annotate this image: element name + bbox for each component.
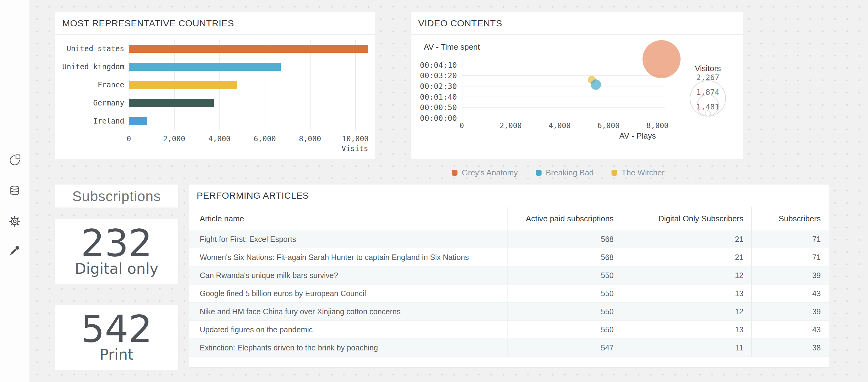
bar-france[interactable] — [129, 81, 237, 89]
series-legend: Grey's AnatomyBreaking BadThe Witcher — [423, 168, 693, 177]
axis-tick-label: 6,000 — [597, 121, 619, 130]
legend-label: Breaking Bad — [546, 168, 594, 177]
legend-swatch-icon — [612, 170, 617, 176]
legend-swatch-icon — [452, 170, 458, 176]
axis-tick-label: 0 — [460, 121, 464, 130]
article-name-cell: Nike and HM face China fury over Xinjian… — [189, 303, 507, 320]
value-cell: 39 — [751, 267, 829, 284]
value-cell: 21 — [622, 248, 751, 266]
table-row: Women's Six Nations: Fit-again Sarah Hun… — [189, 248, 829, 267]
bubble-size-legend: Visitors 2,267 1,874 1,481 — [681, 64, 735, 116]
bar-category-labels: United statesUnited kingdomFranceGermany… — [55, 40, 124, 130]
articles-table: Article nameActive paid subscriptionsDig… — [189, 207, 829, 357]
bar-ireland[interactable] — [129, 117, 147, 125]
value-cell: 71 — [751, 248, 829, 266]
legend-swatch-icon — [536, 170, 541, 176]
settings-gear-icon[interactable] — [8, 215, 21, 228]
size-legend-value: 1,481 — [681, 102, 735, 111]
digital-only-metric-card: 232 Digital only — [55, 219, 178, 284]
subscriptions-title: Subscriptions — [72, 188, 161, 205]
table-row: Google fined 5 billion euros by European… — [189, 284, 829, 303]
bar-x-axis-title: Visits — [129, 144, 368, 153]
value-cell: 71 — [751, 230, 829, 248]
value-cell: 550 — [507, 303, 622, 320]
y-axis-tick-label: 00:02:30 — [411, 82, 457, 91]
print-value: 542 — [81, 311, 153, 347]
countries-chart-card: MOST REPRESENTATIVE COUNTRIES United sta… — [55, 12, 375, 159]
y-axis-title: AV - Time spent — [424, 42, 480, 52]
y-axis-tick-label: 00:04:10 — [411, 61, 457, 70]
value-cell: 568 — [507, 248, 622, 266]
axis-tick-label: 8,000 — [299, 135, 321, 143]
bar-united-kingdom[interactable] — [129, 63, 281, 71]
column-header: Article name — [189, 207, 507, 230]
table-row: Updated figures on the pandemic5501343 — [189, 321, 829, 339]
bubble-grey-s-anatomy[interactable] — [643, 40, 681, 78]
gridline — [462, 97, 665, 97]
bubble-x-axis-ticks: 02,0004,0006,0008,000 — [462, 121, 664, 131]
column-header: Active paid subscriptions — [507, 207, 622, 230]
video-card-title: VIDEO CONTENTS — [411, 12, 743, 35]
y-axis-tick-label: 00:01:40 — [411, 93, 457, 102]
bar-category-label: Ireland — [55, 112, 124, 130]
bar-plot-area — [129, 40, 368, 130]
bar-category-label: United kingdom — [55, 58, 124, 76]
digital-only-label: Digital only — [75, 260, 158, 277]
database-icon[interactable] — [8, 184, 21, 197]
table-header-row: Article nameActive paid subscriptionsDig… — [189, 207, 829, 230]
article-name-cell: Fight for First: Excel Esports — [189, 230, 507, 248]
table-row: Can Rwanda's unique milk bars survive?55… — [189, 267, 829, 284]
size-legend-value: 2,267 — [681, 73, 735, 82]
legend-label: Grey's Anatomy — [462, 168, 518, 177]
value-cell: 550 — [507, 267, 622, 284]
gridline — [462, 75, 665, 76]
column-header: Digital Only Subscribers — [622, 207, 751, 230]
bar-x-axis-ticks: 02,0004,0006,0008,00010,000 — [129, 135, 368, 144]
value-cell: 11 — [622, 339, 751, 356]
bar-category-label: France — [55, 76, 124, 94]
pie-chart-icon[interactable] — [8, 154, 21, 167]
value-cell: 12 — [622, 267, 751, 284]
value-cell: 38 — [751, 339, 829, 356]
axis-tick-label: 2,000 — [499, 121, 522, 130]
legend-item-the-witcher[interactable]: The Witcher — [612, 168, 664, 177]
countries-card-title: MOST REPRESENTATIVE COUNTRIES — [55, 12, 375, 35]
table-row: Extinction: Elephants driven to the brin… — [189, 339, 829, 357]
article-name-cell: Women's Six Nations: Fit-again Sarah Hun… — [189, 248, 507, 266]
subscriptions-title-card: Subscriptions — [55, 184, 178, 208]
article-name-cell: Google fined 5 billion euros by European… — [189, 284, 507, 302]
y-axis-tick-label: 00:00:50 — [411, 103, 457, 112]
article-name-cell: Can Rwanda's unique milk bars survive? — [189, 267, 507, 284]
legend-item-breaking-bad[interactable]: Breaking Bad — [536, 168, 594, 177]
value-cell: 12 — [622, 303, 751, 320]
axis-tick-label: 8,000 — [647, 121, 669, 130]
legend-label: The Witcher — [622, 168, 664, 177]
value-cell: 568 — [507, 230, 622, 248]
column-header: Subscribers — [751, 207, 829, 230]
print-label: Print — [100, 346, 133, 363]
article-name-cell: Updated figures on the pandemic — [189, 321, 507, 339]
table-row: Fight for First: Excel Esports5682171 — [189, 230, 829, 248]
digital-only-value: 232 — [81, 225, 153, 261]
bubble-plot-area — [462, 55, 665, 118]
value-cell: 547 — [507, 339, 622, 356]
y-axis-tick-label: 00:03:20 — [411, 71, 457, 80]
eyedropper-icon[interactable] — [8, 244, 21, 256]
gridline — [462, 118, 665, 118]
axis-tick-label: 4,000 — [208, 135, 230, 143]
print-metric-card: 542 Print — [55, 305, 178, 370]
axis-tick-label: 4,000 — [549, 121, 571, 130]
legend-item-grey-s-anatomy[interactable]: Grey's Anatomy — [452, 168, 518, 177]
gridline — [462, 86, 665, 86]
bar-united-states[interactable] — [129, 45, 368, 53]
value-cell: 21 — [622, 230, 751, 248]
bubble-breaking-bad[interactable] — [591, 79, 601, 90]
axis-tick-label: 10,000 — [342, 135, 369, 143]
bar-germany[interactable] — [129, 99, 214, 107]
y-axis-tick-label: 00:00:00 — [411, 114, 457, 123]
value-cell: 13 — [622, 284, 751, 302]
size-legend-value: 1,874 — [681, 88, 735, 97]
value-cell: 13 — [622, 321, 751, 339]
value-cell: 43 — [751, 284, 829, 302]
value-cell: 550 — [507, 284, 622, 302]
